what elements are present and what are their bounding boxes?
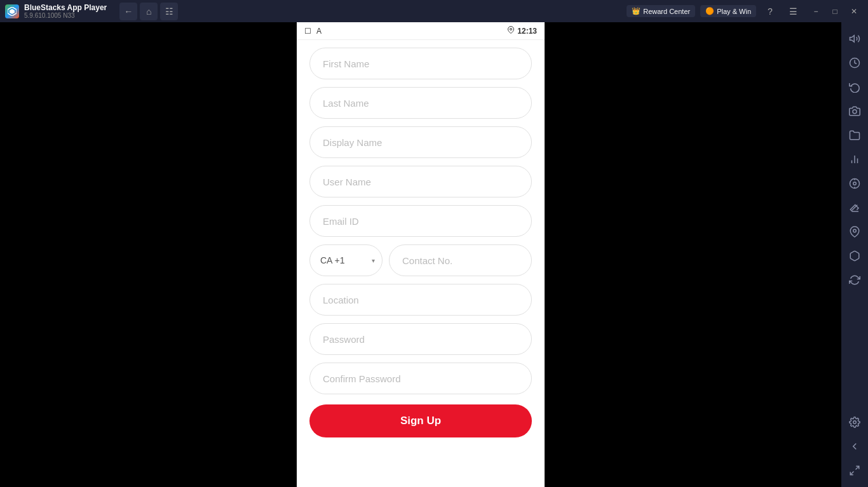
title-bar: BlueStacks App Player 5.9.610.1005 N33 ←… xyxy=(0,0,868,22)
timer-icon[interactable] xyxy=(843,51,866,74)
phone-status-bar: ☐ A 12:13 xyxy=(297,22,545,40)
apps-button[interactable]: ☷ xyxy=(160,3,178,20)
email-id-input[interactable] xyxy=(309,205,532,237)
title-bar-right: 👑 Reward Center 🟠 Play & Win ? ☰ − □ ✕ xyxy=(627,3,863,20)
contact-no-input[interactable] xyxy=(389,244,532,276)
right-sidebar xyxy=(841,22,868,487)
last-name-input[interactable] xyxy=(309,87,532,119)
play-win-button[interactable]: 🟠 Play & Win xyxy=(700,5,756,17)
svg-marker-2 xyxy=(850,36,855,43)
close-button[interactable]: ✕ xyxy=(845,3,863,20)
crown-icon: 👑 xyxy=(632,7,641,15)
country-code-select[interactable]: CA +1 US +1 UK +44 IN +91 AU +61 xyxy=(309,244,383,276)
refresh-icon[interactable] xyxy=(843,269,866,291)
folder-icon[interactable] xyxy=(843,124,866,147)
reward-center-button[interactable]: 👑 Reward Center xyxy=(627,5,695,17)
volume-icon[interactable] xyxy=(843,27,866,50)
phone-screen: ☐ A 12:13 xyxy=(297,22,545,487)
target-icon[interactable] xyxy=(843,172,866,195)
fire-icon: 🟠 xyxy=(705,7,714,15)
display-name-input[interactable] xyxy=(309,126,532,158)
status-bar-left: ☐ A xyxy=(304,27,322,36)
svg-marker-1 xyxy=(10,9,15,14)
stats-icon[interactable] xyxy=(843,148,866,171)
map-pin-icon[interactable] xyxy=(843,220,866,243)
location-input[interactable] xyxy=(309,284,532,316)
location-status-icon xyxy=(507,26,515,36)
first-name-input[interactable] xyxy=(309,48,532,79)
play-win-label: Play & Win xyxy=(717,8,751,15)
bluestacks-logo xyxy=(5,4,19,18)
reward-center-label: Reward Center xyxy=(643,8,690,15)
box-icon[interactable] xyxy=(843,244,866,267)
notification-icon-1: ☐ xyxy=(304,27,311,36)
app-title: BlueStacks App Player xyxy=(24,3,107,12)
country-code-wrapper: CA +1 US +1 UK +44 IN +91 AU +61 ▾ xyxy=(309,244,383,276)
svg-point-14 xyxy=(853,421,857,424)
notification-icon-2: A xyxy=(316,27,322,36)
erase-icon[interactable] xyxy=(843,196,866,219)
status-time: 12:13 xyxy=(517,27,537,36)
help-button[interactable]: ? xyxy=(761,3,779,20)
menu-button[interactable]: ☰ xyxy=(784,3,802,20)
form-scroll-area[interactable]: CA +1 US +1 UK +44 IN +91 AU +61 ▾ Sign … xyxy=(297,40,545,487)
window-controls: − □ ✕ xyxy=(807,3,863,20)
nav-controls: ← ⌂ ☷ xyxy=(119,3,178,20)
maximize-button[interactable]: □ xyxy=(826,3,844,20)
svg-point-4 xyxy=(853,110,857,114)
emulator-area: ☐ A 12:13 xyxy=(0,22,841,487)
settings-icon[interactable] xyxy=(843,411,866,434)
back-button[interactable]: ← xyxy=(119,3,137,20)
svg-point-17 xyxy=(510,29,512,30)
svg-line-15 xyxy=(856,466,859,469)
screenshot-icon[interactable] xyxy=(843,100,866,123)
confirm-password-input[interactable] xyxy=(309,363,532,394)
back-sidebar-icon[interactable] xyxy=(843,435,866,458)
svg-point-9 xyxy=(853,182,857,185)
app-version: 5.9.610.1005 N33 xyxy=(24,12,107,19)
status-bar-right: 12:13 xyxy=(507,26,537,36)
title-bar-left: BlueStacks App Player 5.9.610.1005 N33 ←… xyxy=(5,3,627,20)
phone-row: CA +1 US +1 UK +44 IN +91 AU +61 ▾ xyxy=(309,244,532,276)
sign-up-button[interactable]: Sign Up xyxy=(309,404,532,437)
user-name-input[interactable] xyxy=(309,166,532,197)
minimize-button[interactable]: − xyxy=(807,3,825,20)
restore-icon[interactable] xyxy=(843,459,866,482)
rotate-icon[interactable] xyxy=(843,76,866,98)
svg-line-16 xyxy=(850,472,853,475)
home-button[interactable]: ⌂ xyxy=(140,3,158,20)
password-input[interactable] xyxy=(309,323,532,355)
svg-point-13 xyxy=(853,229,857,232)
